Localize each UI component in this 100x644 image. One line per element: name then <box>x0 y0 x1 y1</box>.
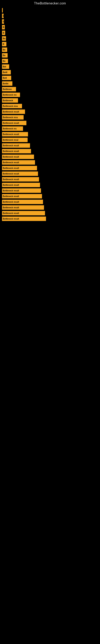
bar-label: Bottleneck result <box>3 212 19 214</box>
bar-item: Bottleneck result <box>2 183 40 187</box>
bar-item: Bottleneck result <box>2 132 28 136</box>
bar-item: Bo <box>2 59 8 63</box>
bar-item <box>2 8 3 12</box>
bar-label: Bottleneck result <box>3 144 19 147</box>
bar-label: Bottleneck res <box>3 94 17 96</box>
bar-row: Bottleneck result <box>2 143 100 148</box>
bar-label: Bottleneck resu <box>3 105 18 107</box>
bar-label: E <box>3 15 3 17</box>
bar-item: Bo <box>2 48 7 52</box>
bar-item: Bottleneck result <box>2 200 43 204</box>
bar-item: Bottleneck result <box>2 188 41 193</box>
bar-item: Bottleneck resu <box>2 104 22 108</box>
bar-item: Bottleneck result <box>2 143 30 148</box>
bar-row: Bo <box>2 48 100 52</box>
bar-row: Bo <box>2 59 100 63</box>
bar-label: Bottleneck resul <box>3 139 18 141</box>
bar-row: Bottleneck result <box>2 205 100 210</box>
bar-item: Bottl <box>2 70 11 74</box>
bar-label: Bottleneck result <box>3 178 19 180</box>
bar-label: Bottleneck result <box>3 150 19 152</box>
bar-label: Bottleneck result <box>3 218 19 220</box>
bar-row: Bottleneck result <box>2 110 100 114</box>
site-title: TheBottlenecker.com <box>0 0 100 6</box>
bar-label: Bo <box>3 38 5 40</box>
bar-item: Bottleneck result <box>2 211 45 215</box>
bar-label: B <box>3 32 4 34</box>
bar-label: Bottleneck result <box>3 162 19 164</box>
bar-row: Bot <box>2 64 100 69</box>
bar-item: Bottleneck result <box>2 166 37 170</box>
bar-label: Bottleneck result <box>3 111 19 113</box>
bar-item: Bo <box>2 53 8 58</box>
bar-item: Bott <box>2 76 11 80</box>
bar-label: Bottleneck res <box>3 128 17 130</box>
bar-item: Bottleneck result <box>2 110 25 114</box>
bar-label: B <box>3 43 4 45</box>
bar-label: Bottleneck result <box>3 206 19 209</box>
bar-label: Bottleneck <box>3 100 13 102</box>
bar-row: Bottleneck result <box>2 132 100 136</box>
bar-item: Bottleneck result <box>2 172 38 176</box>
bar-label: Bo <box>3 60 5 62</box>
bar-item: Bottleneck result <box>2 121 26 125</box>
bar-item: B <box>2 42 6 46</box>
bar-label: Bot <box>3 66 6 68</box>
bar-row: Bottleneck resul <box>2 138 100 142</box>
bar-row: Bottleneck result <box>2 149 100 153</box>
bar-label: Bottleneck result <box>3 173 19 175</box>
bar-row: Bottle <box>2 81 100 86</box>
bar-row: Bottleneck result <box>2 188 100 193</box>
bar-item: Bottleneck result <box>2 154 34 159</box>
bar-item: Bottleneck resul <box>2 138 28 142</box>
bar-label: Bottleneck result <box>3 201 19 203</box>
bar-label: Bott <box>3 77 7 79</box>
bar-item: Bottleneck result <box>2 177 39 182</box>
bar-item: Bottleneck <box>2 98 18 103</box>
bar-label: Bottleneck result <box>3 167 19 169</box>
bar-row: Bottleneck result <box>2 200 100 204</box>
bar-item: Bottlenec <box>2 87 16 91</box>
bar-item: Bottleneck res <box>2 126 23 131</box>
bar-row: Bo <box>2 36 100 41</box>
bar-row: B <box>2 42 100 46</box>
bar-row: Bottleneck result <box>2 194 100 198</box>
bar-row: Bottleneck resu <box>2 104 100 108</box>
bar-row: Bottleneck res <box>2 126 100 131</box>
bar-row: Bottleneck result <box>2 211 100 215</box>
bar-row: Bott <box>2 76 100 80</box>
bar-row: B <box>2 25 100 30</box>
bar-item: Bottleneck result <box>2 216 46 221</box>
bar-item: Bot <box>2 64 9 69</box>
bar-label: Bottle <box>3 82 8 85</box>
bar-label: Bottl <box>3 71 7 74</box>
bar-label: Bottleneck result <box>3 122 19 124</box>
bar-row: Bottleneck result <box>2 166 100 170</box>
bar-item: Bottleneck res <box>2 92 20 97</box>
bar-row: Bottleneck result <box>2 154 100 159</box>
bar-row: Bottleneck res <box>2 92 100 97</box>
bar-row: Bottlenec <box>2 87 100 91</box>
bar-item: Bottleneck result <box>2 205 44 210</box>
bar-row: Bottleneck result <box>2 183 100 187</box>
bar-label: E <box>3 20 4 23</box>
bar-row: Bottleneck <box>2 98 100 103</box>
bar-label: Bottleneck result <box>3 133 19 136</box>
bars-container: EEBBBoBBoBoBoBotBottlBottBottleBottlenec… <box>0 6 100 224</box>
bar-row: E <box>2 14 100 18</box>
bar-row: Bottleneck result <box>2 121 100 125</box>
bar-row: E <box>2 19 100 24</box>
bar-row: Bottl <box>2 70 100 74</box>
bar-item: Bottle <box>2 81 12 86</box>
bar-item: E <box>2 14 3 18</box>
bar-label: Bo <box>3 54 5 56</box>
bar-item: E <box>2 19 4 24</box>
bar-row: Bottleneck result <box>2 177 100 182</box>
bar-label: Bottleneck result <box>3 184 19 186</box>
bar-label: B <box>3 26 4 28</box>
bar-item: Bottleneck result <box>2 194 42 198</box>
bar-item: Bottleneck result <box>2 160 35 164</box>
bar-label: Bo <box>3 49 5 51</box>
bar-row: Bottleneck result <box>2 160 100 164</box>
bar-row: Bottleneck resu <box>2 115 100 120</box>
